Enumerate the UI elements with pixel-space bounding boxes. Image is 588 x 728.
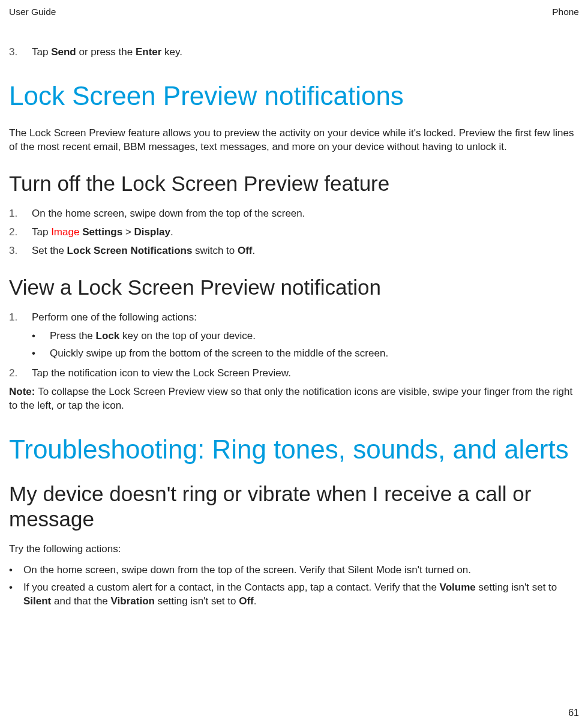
step-item: 2. Tap Image Settings > Display. xyxy=(9,226,579,239)
note-paragraph: Note: To collapse the Lock Screen Previe… xyxy=(9,385,579,413)
bold-text: Send xyxy=(51,46,76,58)
bullet-dot: • xyxy=(32,347,50,361)
bold-text: Off xyxy=(239,595,254,607)
bold-text: Settings xyxy=(82,226,122,238)
step-text: Tap Send or press the Enter key. xyxy=(32,46,579,59)
bullet-item: • Press the Lock key on the top of your … xyxy=(32,329,579,343)
bullet-text: Quickly swipe up from the bottom of the … xyxy=(50,347,579,361)
note-label: Note: xyxy=(9,386,38,397)
step-number: 1. xyxy=(9,207,32,221)
bullet-dot: • xyxy=(9,581,23,609)
bullet-item: • On the home screen, swipe down from th… xyxy=(9,564,579,577)
step-text: Set the Lock Screen Notifications switch… xyxy=(32,244,579,258)
bold-text: Lock xyxy=(96,330,120,341)
heading-lock-screen-preview: Lock Screen Preview notifications xyxy=(9,81,579,112)
bold-text: Lock Screen Notifications xyxy=(67,245,193,256)
step-text: Tap the notification icon to view the Lo… xyxy=(32,367,579,381)
settings-icon: Image xyxy=(51,226,79,238)
text-fragment: Set the xyxy=(32,245,67,256)
text-fragment: setting isn't set to xyxy=(155,595,239,607)
heading-troubleshooting: Troubleshooting: Ring tones, sounds, and… xyxy=(9,435,579,465)
text-fragment: key on the top of your device. xyxy=(119,330,256,341)
step-number: 2. xyxy=(9,226,32,239)
page-content: 3. Tap Send or press the Enter key. Lock… xyxy=(9,46,579,609)
step-number: 1. xyxy=(9,311,32,325)
text-fragment: . xyxy=(254,595,257,607)
bullet-dot: • xyxy=(9,564,23,577)
text-fragment: If you created a custom alert for a cont… xyxy=(23,582,440,593)
text-fragment: Press the xyxy=(50,330,96,341)
step-text: Perform one of the following actions: xyxy=(32,311,579,325)
step-number: 2. xyxy=(9,367,32,381)
bullet-dot: • xyxy=(32,329,50,343)
bullet-item: • Quickly swipe up from the bottom of th… xyxy=(32,347,579,361)
step-text: Tap Image Settings > Display. xyxy=(32,226,579,239)
text-fragment: setting isn't set to xyxy=(476,582,557,593)
bullet-text: If you created a custom alert for a cont… xyxy=(23,581,579,609)
ordered-list: 1. Perform one of the following actions:… xyxy=(9,311,579,381)
text-fragment: or press the xyxy=(76,46,136,58)
text-fragment: Tap xyxy=(32,226,51,238)
text-fragment: . xyxy=(253,245,256,256)
bold-text: Enter xyxy=(136,46,161,58)
text-fragment: key. xyxy=(161,46,182,58)
bold-text: Display xyxy=(134,226,170,238)
bullet-list: • Press the Lock key on the top of your … xyxy=(9,329,579,361)
page-number: 61 xyxy=(568,706,579,720)
bold-text: Silent xyxy=(23,595,51,607)
step-number: 3. xyxy=(9,46,32,59)
step-item: 2. Tap the notification icon to view the… xyxy=(9,367,579,381)
bullet-text: Press the Lock key on the top of your de… xyxy=(50,329,579,343)
bold-text: Volume xyxy=(440,582,476,593)
step-item: 3. Set the Lock Screen Notifications swi… xyxy=(9,244,579,258)
header-left: User Guide xyxy=(9,6,56,19)
paragraph: The Lock Screen Preview feature allows y… xyxy=(9,127,579,154)
text-fragment: switch to xyxy=(192,245,238,256)
bold-text: Vibration xyxy=(111,595,155,607)
ordered-list: 1. On the home screen, swipe down from t… xyxy=(9,207,579,258)
step-item: 1. On the home screen, swipe down from t… xyxy=(9,207,579,221)
heading-view-notification: View a Lock Screen Preview notification xyxy=(9,275,579,300)
bold-text: Off xyxy=(238,245,253,256)
step-text: On the home screen, swipe down from the … xyxy=(32,207,579,221)
page-header: User Guide Phone xyxy=(9,6,579,19)
paragraph: Try the following actions: xyxy=(9,543,579,556)
bullet-item: • If you created a custom alert for a co… xyxy=(9,581,579,609)
text-fragment: and that the xyxy=(51,595,110,607)
note-text: To collapse the Lock Screen Preview view… xyxy=(9,386,572,411)
bullet-list: • On the home screen, swipe down from th… xyxy=(9,564,579,609)
header-right: Phone xyxy=(552,6,579,19)
text-fragment: Tap xyxy=(32,46,51,58)
step-item: 3. Tap Send or press the Enter key. xyxy=(9,46,579,59)
heading-turn-off: Turn off the Lock Screen Preview feature xyxy=(9,171,579,196)
step-number: 3. xyxy=(9,244,32,258)
text-fragment: > xyxy=(122,226,134,238)
text-fragment: . xyxy=(170,226,173,238)
bullet-text: On the home screen, swipe down from the … xyxy=(23,564,579,577)
heading-no-ring: My device doesn't ring or vibrate when I… xyxy=(9,481,579,532)
step-item: 1. Perform one of the following actions: xyxy=(9,311,579,325)
